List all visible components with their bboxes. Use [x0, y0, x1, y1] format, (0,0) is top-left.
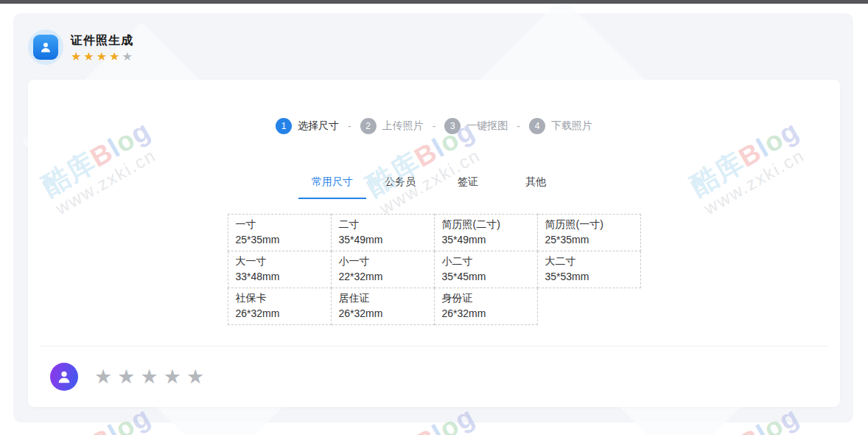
step-number: 2 [360, 118, 377, 134]
star-icon: ★ [71, 50, 83, 63]
size-option[interactable]: 小二寸35*45mm [434, 251, 537, 288]
rate-star-icon[interactable]: ★ [164, 366, 186, 388]
divider [39, 346, 829, 347]
tool-rating: ★★★★★ [71, 51, 135, 63]
star-icon: ★ [97, 50, 109, 63]
size-option[interactable]: 简历照(一寸)25*35mm [537, 215, 640, 251]
size-option[interactable]: 身份证26*32mm [434, 288, 537, 325]
rate-star-icon[interactable]: ★ [94, 366, 117, 388]
size-option[interactable]: 居住证26*32mm [331, 288, 434, 325]
top-bar [0, 0, 868, 4]
step-separator: - [515, 120, 522, 132]
step-upload-photo: 2 上传照片 [360, 118, 424, 134]
tab-civil-servant[interactable]: 公务员 [366, 175, 434, 199]
rate-star-icon[interactable]: ★ [140, 366, 163, 388]
size-grid: 一寸25*35mm 二寸35*49mm 简历照(二寸)35*49mm 简历照(一… [228, 214, 641, 325]
stepper: 1 选择尺寸 - 2 上传照片 - 3 一键抠图 - 4 下载照片 [28, 118, 840, 134]
star-icon: ★ [83, 50, 96, 63]
step-number: 3 [444, 118, 461, 134]
user-rating-row: ★★★★★ [28, 363, 840, 391]
person-icon [39, 41, 52, 54]
app-icon-square [33, 35, 58, 60]
step-cutout: 3 一键抠图 [444, 118, 508, 134]
tab-other[interactable]: 其他 [502, 175, 570, 199]
tab-common-sizes[interactable]: 常用尺寸 [298, 175, 366, 199]
size-option[interactable]: 社保卡26*32mm [228, 288, 331, 325]
size-category-tabs: 常用尺寸 公务员 签证 其他 [28, 175, 840, 199]
content-panel: 1 选择尺寸 - 2 上传照片 - 3 一键抠图 - 4 下载照片 常用尺寸 公… [28, 80, 840, 407]
empty-cell [537, 288, 640, 325]
person-icon [56, 369, 72, 385]
step-separator: - [346, 120, 353, 132]
size-option[interactable]: 二寸35*49mm [331, 215, 434, 251]
tool-header: 证件照生成 ★★★★★ [28, 29, 135, 65]
size-option[interactable]: 小一寸22*32mm [331, 251, 434, 288]
tool-card: 证件照生成 ★★★★★ 1 选择尺寸 - 2 上传照片 - 3 一键抠图 - [13, 13, 853, 422]
step-download: 4 下载照片 [529, 118, 592, 134]
size-option[interactable]: 大一寸33*48mm [228, 251, 331, 288]
rate-star-icon[interactable]: ★ [117, 366, 140, 388]
star-icon: ★ [122, 50, 134, 63]
step-separator: - [431, 120, 438, 132]
rate-star-icon[interactable]: ★ [186, 366, 209, 388]
app-icon [28, 29, 63, 65]
step-number: 4 [529, 118, 545, 134]
step-number: 1 [276, 118, 292, 134]
tab-visa[interactable]: 签证 [434, 175, 502, 199]
user-rating-stars: ★★★★★ [94, 367, 209, 387]
step-select-size: 1 选择尺寸 [276, 118, 339, 134]
user-avatar [50, 363, 78, 391]
page-title: 证件照生成 [71, 33, 135, 49]
size-option[interactable]: 简历照(二寸)35*49mm [434, 215, 537, 251]
size-option[interactable]: 大二寸35*53mm [537, 251, 640, 288]
star-icon: ★ [109, 50, 122, 63]
size-option[interactable]: 一寸25*35mm [228, 215, 331, 251]
